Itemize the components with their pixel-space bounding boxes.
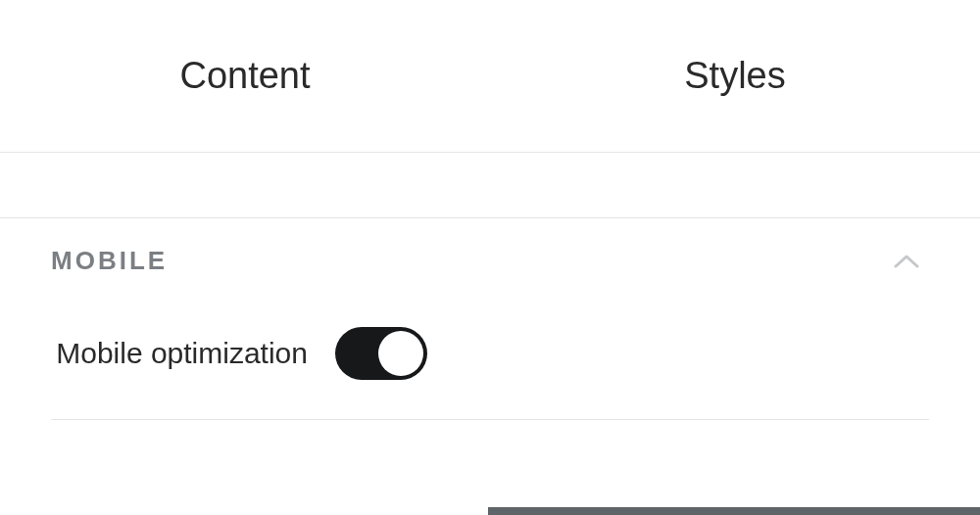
tab-styles[interactable]: Styles — [490, 0, 980, 152]
tab-content[interactable]: Content — [0, 0, 490, 152]
section-header-mobile[interactable]: MOBILE — [0, 218, 980, 304]
setting-label-mobile-optimization: Mobile optimization — [51, 333, 335, 374]
divider-section — [0, 152, 980, 218]
toggle-mobile-optimization[interactable] — [335, 327, 427, 380]
active-tab-indicator — [488, 507, 980, 515]
bottom-divider — [51, 419, 929, 420]
section-title: MOBILE — [51, 246, 168, 276]
tab-styles-label: Styles — [684, 55, 785, 97]
chevron-up-icon — [892, 247, 921, 276]
tab-content-label: Content — [179, 55, 310, 97]
setting-row-mobile-optimization: Mobile optimization — [0, 304, 980, 419]
toggle-knob — [378, 331, 423, 376]
tabs-container: Content Styles — [0, 0, 980, 152]
